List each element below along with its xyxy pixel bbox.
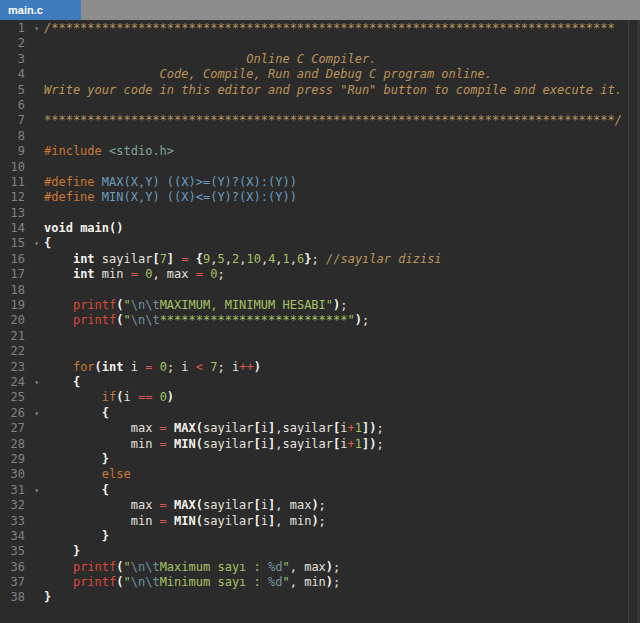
code-line-content[interactable]: void main(): [44, 221, 640, 236]
code-token: Online C Compiler.: [44, 52, 376, 66]
fold-toggle-icon[interactable]: ▾: [34, 483, 39, 498]
code-line-content[interactable]: #define MAX(X,Y) ((X)>=(Y)?(X):(Y)): [44, 175, 640, 190]
code-line-content[interactable]: min = MIN(sayilar[i],sayilar[i+1]);: [44, 437, 640, 452]
code-line-14: 14void main(): [0, 221, 640, 236]
code-token: [44, 267, 73, 281]
code-token: [44, 298, 73, 312]
code-line-content[interactable]: [44, 160, 640, 175]
code-token: [: [254, 437, 261, 451]
code-token: 0: [160, 360, 167, 374]
line-number: 27: [0, 421, 44, 436]
code-line-content[interactable]: {: [44, 236, 640, 251]
code-line-content[interactable]: min = MIN(sayilar[i], min);: [44, 514, 640, 529]
code-line-content[interactable]: printf("\n\tMaximum sayı : %d", max);: [44, 560, 640, 575]
code-line-34: 34 }: [0, 529, 640, 544]
line-number: 17: [0, 267, 44, 282]
code-line-33: 33 min = MIN(sayilar[i], min);: [0, 514, 640, 529]
code-line-9: 9#include <stdio.h>: [0, 144, 640, 159]
code-line-content[interactable]: {: [44, 406, 640, 421]
line-number: 35: [0, 544, 44, 559]
code-token: ,: [290, 252, 297, 266]
code-token: sayilar: [95, 252, 153, 266]
code-token: +: [348, 437, 355, 451]
code-token: int: [73, 252, 95, 266]
fold-toggle-icon[interactable]: ▾: [34, 236, 39, 251]
code-token: sayilar: [203, 498, 254, 512]
code-token: /***************************************…: [44, 21, 615, 35]
code-token: }: [73, 544, 80, 558]
code-line-content[interactable]: }: [44, 452, 640, 467]
code-token: max: [44, 498, 160, 512]
code-line-content[interactable]: /***************************************…: [44, 21, 640, 36]
code-line-content[interactable]: max = MAX(sayilar[i], max);: [44, 498, 640, 513]
code-line-content[interactable]: [44, 36, 640, 51]
code-line-content[interactable]: [44, 206, 640, 221]
code-token: printf: [73, 313, 116, 327]
code-token: i: [340, 437, 347, 451]
line-number: 26▾: [0, 406, 44, 421]
code-token: ]: [167, 252, 174, 266]
line-number: 32: [0, 498, 44, 513]
code-line-31: 31▾ {: [0, 483, 640, 498]
code-line-content[interactable]: {: [44, 483, 640, 498]
code-line-content[interactable]: #define MIN(X,Y) ((X)<=(Y)?(X):(Y)): [44, 190, 640, 205]
code-line-content[interactable]: for(int i = 0; i < 7; i++): [44, 360, 640, 375]
code-token: }: [102, 452, 109, 466]
code-token: [44, 375, 73, 389]
code-line-content[interactable]: printf("\n\tMinimum sayı : %d", min);: [44, 575, 640, 590]
code-line-content[interactable]: max = MAX(sayilar[i],sayilar[i+1]);: [44, 421, 640, 436]
code-token: i: [124, 360, 146, 374]
code-editor[interactable]: 1▾/*************************************…: [0, 20, 640, 623]
online-compiler-window: main.c 1▾/******************************…: [0, 0, 640, 623]
code-line-content[interactable]: {: [44, 375, 640, 390]
code-token: min: [44, 514, 160, 528]
code-line-content[interactable]: }: [44, 590, 640, 605]
code-token: MAX(: [174, 498, 203, 512]
code-line-content[interactable]: ****************************************…: [44, 113, 640, 128]
code-token: ;: [333, 575, 340, 589]
code-token: if: [102, 390, 116, 404]
code-token: ;: [319, 498, 326, 512]
code-token: [44, 467, 102, 481]
fold-toggle-icon[interactable]: ▾: [34, 406, 39, 421]
code-line-content[interactable]: printf("\n\t**************************")…: [44, 313, 640, 328]
code-token: \n\t: [131, 575, 160, 589]
code-token: ;: [319, 514, 326, 528]
code-line-content[interactable]: [44, 283, 640, 298]
code-line-25: 25 if(i == 0): [0, 390, 640, 405]
code-line-content[interactable]: if(i == 0): [44, 390, 640, 405]
code-line-8: 8: [0, 129, 640, 144]
code-line-12: 12#define MIN(X,Y) ((X)<=(Y)?(X):(Y)): [0, 190, 640, 205]
tab-bar: main.c: [0, 0, 640, 20]
code-line-content[interactable]: Code, Compile, Run and Debug C program o…: [44, 67, 640, 82]
code-token: 7: [210, 360, 217, 374]
code-line-content[interactable]: int min = 0, max = 0;: [44, 267, 640, 282]
code-token: else: [102, 467, 131, 481]
code-line-content[interactable]: printf("\n\tMAXIMUM, MINIMUM HESABI");: [44, 298, 640, 313]
code-line-content[interactable]: Online C Compiler.: [44, 52, 640, 67]
code-line-content[interactable]: [44, 329, 640, 344]
code-line-content[interactable]: [44, 129, 640, 144]
fold-toggle-icon[interactable]: ▾: [34, 21, 39, 36]
line-number: 37: [0, 575, 44, 590]
code-token: ): [326, 575, 333, 589]
fold-toggle-icon[interactable]: ▾: [34, 375, 39, 390]
code-token: ": [124, 298, 131, 312]
code-token: %d: [268, 560, 282, 574]
code-token: {: [73, 375, 80, 389]
code-line-content[interactable]: int sayilar[7] = {9,5,2,10,4,1,6}; //say…: [44, 252, 640, 267]
code-line-content[interactable]: else: [44, 467, 640, 482]
code-line-content[interactable]: Write your code in this editor and press…: [44, 83, 640, 98]
code-token: i: [261, 421, 268, 435]
code-line-content[interactable]: }: [44, 529, 640, 544]
code-line-content[interactable]: }: [44, 544, 640, 559]
code-line-content[interactable]: [44, 344, 640, 359]
tab-main-c[interactable]: main.c: [0, 0, 81, 20]
line-number: 10: [0, 160, 44, 175]
code-token: =: [196, 267, 203, 281]
code-line-content[interactable]: #include <stdio.h>: [44, 144, 640, 159]
code-token: {: [44, 236, 51, 250]
code-line-content[interactable]: [44, 98, 640, 113]
code-token: =: [131, 267, 138, 281]
code-token: min: [44, 437, 160, 451]
